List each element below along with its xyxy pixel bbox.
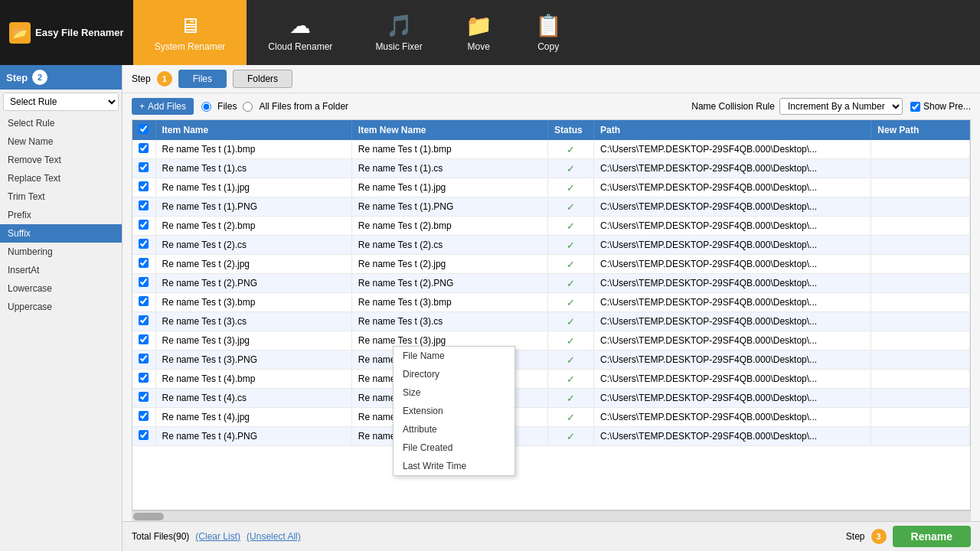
tab-files[interactable]: Files <box>178 70 227 88</box>
col-item-new-name: Item New Name <box>351 120 547 140</box>
row-item-new-name: Re name Tes t (1).PNG <box>351 197 547 217</box>
row-status: ✓ <box>548 140 594 159</box>
sidebar-item-new-name[interactable]: New Name <box>0 132 122 151</box>
row-checkbox[interactable] <box>139 258 149 268</box>
sidebar-item-insert-at[interactable]: InsertAt <box>0 261 122 279</box>
toolbar-btn-move[interactable]: 📁 Move <box>444 0 514 65</box>
add-files-button[interactable]: + Add Files <box>132 98 194 115</box>
table-row: Re name Tes t (2).jpg Re name Tes t (2).… <box>132 255 970 274</box>
row-item-name: Re name Tes t (3).cs <box>155 312 351 331</box>
row-new-path <box>871 389 970 408</box>
row-path: C:\Users\TEMP.DESKTOP-29SF4QB.000\Deskto… <box>594 159 871 178</box>
sidebar-item-uppercase[interactable]: Uppercase <box>0 298 122 316</box>
row-new-path <box>871 178 970 197</box>
step3-label: Step <box>846 531 865 542</box>
row-checkbox[interactable] <box>139 296 149 306</box>
clear-list-link[interactable]: (Clear List) <box>195 531 240 542</box>
sidebar-item-lowercase[interactable]: Lowercase <box>0 279 122 298</box>
dropdown-item-extension[interactable]: Extension <box>394 402 514 420</box>
row-path: C:\Users\TEMP.DESKTOP-29SF4QB.000\Deskto… <box>594 370 871 389</box>
horizontal-scroll[interactable] <box>132 510 971 521</box>
select-all-checkbox[interactable] <box>139 124 149 134</box>
copy-label: Copy <box>537 41 559 52</box>
table-row: Re name Tes t (3).PNG Re name Tes t (3).… <box>132 350 970 370</box>
row-checkbox-cell <box>132 140 155 159</box>
row-checkbox[interactable] <box>139 220 149 230</box>
row-path: C:\Users\TEMP.DESKTOP-29SF4QB.000\Deskto… <box>594 293 871 312</box>
cloud-renamer-icon: ☁ <box>289 13 311 38</box>
add-files-label: Add Files <box>148 101 186 112</box>
row-status: ✓ <box>548 178 594 197</box>
copy-icon: 📋 <box>535 13 562 38</box>
row-checkbox[interactable] <box>139 143 149 153</box>
sidebar: Step 2 Select Rule Select Rule New Name … <box>0 65 122 551</box>
sidebar-item-trim-text[interactable]: Trim Text <box>0 187 122 206</box>
row-new-path <box>871 236 970 255</box>
table-row: Re name Tes t (1).jpg Re name Tes t (1).… <box>132 178 970 197</box>
sidebar-item-replace-text[interactable]: Replace Text <box>0 169 122 187</box>
sidebar-item-prefix[interactable]: Prefix <box>0 206 122 224</box>
row-checkbox[interactable] <box>139 411 149 421</box>
row-item-name: Re name Tes t (3).bmp <box>155 293 351 312</box>
toolbar-btn-copy[interactable]: 📋 Copy <box>514 0 583 65</box>
sidebar-item-numbering[interactable]: Numbering <box>0 243 122 261</box>
dropdown-item-directory[interactable]: Directory <box>394 365 514 383</box>
row-checkbox[interactable] <box>139 315 149 325</box>
row-checkbox-cell <box>132 350 155 370</box>
row-checkbox[interactable] <box>139 239 149 249</box>
all-files-radio[interactable] <box>243 102 253 112</box>
col-path: Path <box>594 120 871 140</box>
row-status: ✓ <box>548 274 594 293</box>
sidebar-item-remove-text[interactable]: Remove Text <box>0 151 122 169</box>
show-preview-checkbox[interactable] <box>910 102 920 112</box>
step1-badge: 1 <box>157 71 172 86</box>
dropdown-item-last-write-time[interactable]: Last Write Time <box>394 457 514 475</box>
row-item-name: Re name Tes t (1).PNG <box>155 197 351 217</box>
row-checkbox[interactable] <box>139 181 149 191</box>
dropdown-item-attribute[interactable]: Attribute <box>394 420 514 439</box>
row-path: C:\Users\TEMP.DESKTOP-29SF4QB.000\Deskto… <box>594 389 871 408</box>
music-fixer-icon: 🎵 <box>386 13 413 38</box>
dropdown-item-size[interactable]: Size <box>394 383 514 402</box>
dropdown-item-file-created[interactable]: File Created <box>394 439 514 457</box>
dropdown-item-file-name[interactable]: File Name <box>394 347 514 365</box>
rule-select[interactable]: Select Rule <box>4 93 118 110</box>
app-logo: 📂 Easy File Renamer <box>0 0 133 65</box>
row-status: ✓ <box>548 370 594 389</box>
row-item-name: Re name Tes t (3).jpg <box>155 331 351 350</box>
row-path: C:\Users\TEMP.DESKTOP-29SF4QB.000\Deskto… <box>594 197 871 217</box>
toolbar: 📂 Easy File Renamer 🖥 System Renamer ☁ C… <box>0 0 980 65</box>
row-checkbox[interactable] <box>139 392 149 402</box>
system-renamer-icon: 🖥 <box>179 13 201 38</box>
files-radio[interactable] <box>201 102 211 112</box>
row-checkbox[interactable] <box>139 162 149 172</box>
tab-folders[interactable]: Folders <box>233 70 292 88</box>
row-checkbox[interactable] <box>139 334 149 344</box>
row-checkbox[interactable] <box>139 354 149 364</box>
toolbar-btn-music-fixer[interactable]: 🎵 Music Fixer <box>354 0 443 65</box>
row-checkbox[interactable] <box>139 373 149 383</box>
row-path: C:\Users\TEMP.DESKTOP-29SF4QB.000\Deskto… <box>594 312 871 331</box>
table-row: Re name Tes t (1).bmp Re name Tes t (1).… <box>132 140 970 159</box>
row-checkbox[interactable] <box>139 201 149 210</box>
row-checkbox[interactable] <box>139 277 149 287</box>
toolbar-btn-system-renamer[interactable]: 🖥 System Renamer <box>133 0 247 65</box>
sidebar-item-select-rule[interactable]: Select Rule <box>0 114 122 132</box>
unselect-all-link[interactable]: (Unselect All) <box>247 531 301 542</box>
row-item-name: Re name Tes t (4).jpg <box>155 408 351 427</box>
collision-rule-select[interactable]: Increment By a Number <box>779 98 903 115</box>
content-area: Step 1 Files Folders + Add Files Files A… <box>122 65 980 551</box>
row-item-new-name: Re name Tes t (1).cs <box>351 159 547 178</box>
rename-button[interactable]: Rename <box>893 526 971 547</box>
row-path: C:\Users\TEMP.DESKTOP-29SF4QB.000\Deskto… <box>594 274 871 293</box>
bottom-bar: Total Files(90) (Clear List) (Unselect A… <box>122 521 980 551</box>
row-item-name: Re name Tes t (2).jpg <box>155 255 351 274</box>
row-new-path <box>871 350 970 370</box>
toolbar-btn-cloud-renamer[interactable]: ☁ Cloud Renamer <box>247 0 354 65</box>
row-item-new-name: Re name Tes t (2).jpg <box>351 255 547 274</box>
row-checkbox-cell <box>132 217 155 236</box>
row-checkbox[interactable] <box>139 430 149 440</box>
row-item-name: Re name Tes t (4).cs <box>155 389 351 408</box>
row-checkbox-cell <box>132 312 155 331</box>
sidebar-item-suffix[interactable]: Suffix <box>0 224 122 243</box>
